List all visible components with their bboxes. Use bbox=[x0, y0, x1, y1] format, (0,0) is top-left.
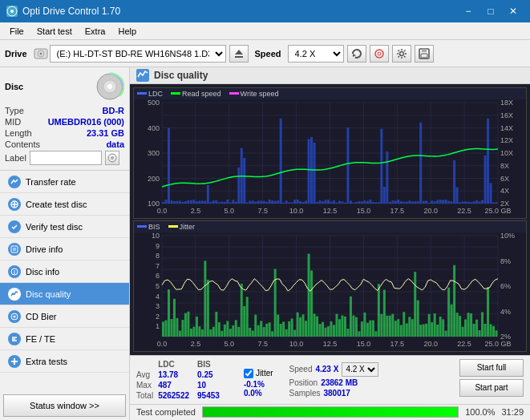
mid-value: UMEBDR016 (000) bbox=[48, 117, 124, 127]
max-row-label: Max bbox=[136, 380, 158, 390]
progress-bar bbox=[202, 406, 459, 418]
nav-disc-info[interactable]: i Disc info bbox=[0, 260, 129, 283]
menu-file[interactable]: File bbox=[3, 25, 30, 38]
drive-icon bbox=[34, 46, 48, 61]
start-part-button[interactable]: Start part bbox=[459, 379, 524, 397]
transfer-rate-icon bbox=[8, 176, 21, 188]
verify-test-disc-icon bbox=[8, 220, 21, 233]
progress-percent: 100.0% bbox=[465, 407, 495, 417]
max-jitter: 0.0% bbox=[244, 389, 273, 398]
disc-button[interactable] bbox=[370, 45, 389, 63]
jitter-checkbox[interactable] bbox=[244, 369, 253, 378]
ldc-legend-color bbox=[137, 92, 147, 95]
nav-verify-test-disc-label: Verify test disc bbox=[26, 222, 83, 232]
menu-bar: File Start test Extra Help bbox=[0, 22, 530, 40]
jitter-column: Jitter -0.1% 0.0% bbox=[244, 359, 273, 398]
bis-legend-color bbox=[137, 225, 147, 228]
ldc-col-header: LDC bbox=[158, 359, 197, 370]
nav-extra-tests[interactable]: Extra tests bbox=[0, 350, 129, 373]
speed-select[interactable]: 4.2 X bbox=[288, 45, 344, 63]
cd-bier-icon bbox=[8, 310, 21, 323]
jitter-legend-color bbox=[168, 225, 178, 228]
jitter-legend-label: Jitter bbox=[180, 223, 196, 231]
save-button[interactable] bbox=[415, 45, 434, 63]
disc-label-label: Label bbox=[5, 153, 26, 163]
svg-point-16 bbox=[107, 84, 112, 89]
svg-point-1 bbox=[10, 10, 14, 13]
bis-legend-label: BIS bbox=[148, 223, 160, 231]
nav-cd-bier[interactable]: CD Bier bbox=[0, 305, 129, 328]
maximize-button[interactable]: □ bbox=[480, 3, 501, 19]
nav-drive-info[interactable]: Drive info bbox=[0, 238, 129, 260]
writespeed-legend-color bbox=[229, 92, 239, 95]
svg-rect-13 bbox=[421, 54, 427, 58]
svg-point-8 bbox=[375, 50, 383, 58]
refresh-button[interactable] bbox=[347, 45, 366, 63]
speed-stat-select[interactable]: 4.2 X bbox=[342, 362, 378, 377]
content-header-icon bbox=[136, 69, 149, 82]
stats-bar: LDC BIS Avg 13.78 0.25 Max 487 10 Total … bbox=[130, 355, 530, 404]
speed-stat-label: Speed bbox=[289, 365, 313, 374]
eject-button[interactable] bbox=[229, 45, 249, 63]
status-window-button[interactable]: Status window >> bbox=[3, 394, 126, 417]
svg-point-4 bbox=[39, 52, 42, 55]
avg-ldc-value: 13.78 bbox=[158, 370, 197, 380]
drive-select[interactable]: (E:) HL-DT-ST BD-RE WH16NS48 1.D3 bbox=[50, 45, 226, 63]
app-title: Opti Drive Control 1.70 bbox=[22, 6, 120, 17]
speed-stat-value: 4.23 X bbox=[315, 365, 338, 374]
action-buttons: Start full Start part bbox=[459, 359, 524, 397]
nav-disc-quality[interactable]: Disc quality bbox=[0, 283, 129, 305]
nav-items: Transfer rate Create test disc Verify te… bbox=[0, 171, 129, 391]
samples-label: Samples bbox=[289, 389, 321, 398]
menu-start-test[interactable]: Start test bbox=[30, 25, 79, 38]
max-bis-value: 10 bbox=[197, 380, 228, 390]
ldc-legend-label: LDC bbox=[148, 90, 163, 98]
nav-fe-te[interactable]: FE / TE bbox=[0, 328, 129, 350]
nav-create-test-disc[interactable]: Create test disc bbox=[0, 193, 129, 216]
start-full-button[interactable]: Start full bbox=[459, 359, 524, 377]
extra-tests-icon bbox=[8, 355, 21, 368]
disc-quality-icon bbox=[8, 288, 21, 301]
window-controls: − □ ✕ bbox=[458, 3, 524, 19]
nav-extra-tests-label: Extra tests bbox=[26, 357, 67, 366]
stats-table: LDC BIS Avg 13.78 0.25 Max 487 10 Total … bbox=[136, 359, 228, 401]
disc-label-input[interactable] bbox=[30, 151, 102, 165]
minimize-button[interactable]: − bbox=[458, 3, 479, 19]
readspeed-legend-color bbox=[171, 92, 180, 95]
disc-label-button[interactable] bbox=[105, 151, 119, 165]
progress-bar-container: Test completed 100.0% 31:29 bbox=[130, 404, 530, 421]
speed-label: Speed bbox=[255, 49, 281, 59]
settings-button[interactable] bbox=[392, 45, 411, 63]
nav-verify-test-disc[interactable]: Verify test disc bbox=[0, 216, 129, 238]
drive-info-icon bbox=[8, 243, 21, 256]
position-label: Position bbox=[289, 378, 318, 387]
nav-transfer-rate-label: Transfer rate bbox=[26, 177, 76, 187]
bis-col-header: BIS bbox=[197, 359, 228, 370]
create-test-disc-icon bbox=[8, 198, 21, 211]
svg-text:i: i bbox=[14, 269, 15, 275]
main-area: Disc Type BD-R MID UMEBDR016 (000) Lengt… bbox=[0, 67, 530, 420]
svg-rect-12 bbox=[422, 49, 427, 52]
contents-value: data bbox=[106, 139, 124, 149]
close-button[interactable]: ✕ bbox=[503, 3, 524, 19]
chart2-legend: BIS Jitter bbox=[134, 221, 526, 232]
contents-label: Contents bbox=[5, 139, 40, 149]
position-value: 23862 MB bbox=[321, 378, 358, 387]
menu-extra[interactable]: Extra bbox=[79, 25, 112, 38]
svg-marker-7 bbox=[353, 54, 356, 57]
avg-jitter: -0.1% bbox=[244, 380, 273, 389]
length-label: Length bbox=[5, 128, 32, 138]
nav-transfer-rate[interactable]: Transfer rate bbox=[0, 171, 129, 193]
nav-create-test-disc-label: Create test disc bbox=[26, 200, 87, 209]
toolbar: Drive (E:) HL-DT-ST BD-RE WH16NS48 1.D3 … bbox=[0, 40, 530, 67]
menu-help[interactable]: Help bbox=[111, 25, 143, 38]
svg-point-28 bbox=[14, 315, 16, 317]
disc-panel-title: Disc bbox=[5, 82, 23, 91]
chart1-wrapper: LDC Read speed Write speed bbox=[133, 87, 527, 219]
svg-marker-5 bbox=[235, 50, 243, 55]
nav-disc-info-label: Disc info bbox=[26, 267, 59, 277]
type-value: BD-R bbox=[103, 106, 125, 115]
type-label: Type bbox=[5, 106, 24, 115]
fe-te-icon bbox=[8, 333, 21, 345]
svg-rect-6 bbox=[235, 56, 243, 58]
